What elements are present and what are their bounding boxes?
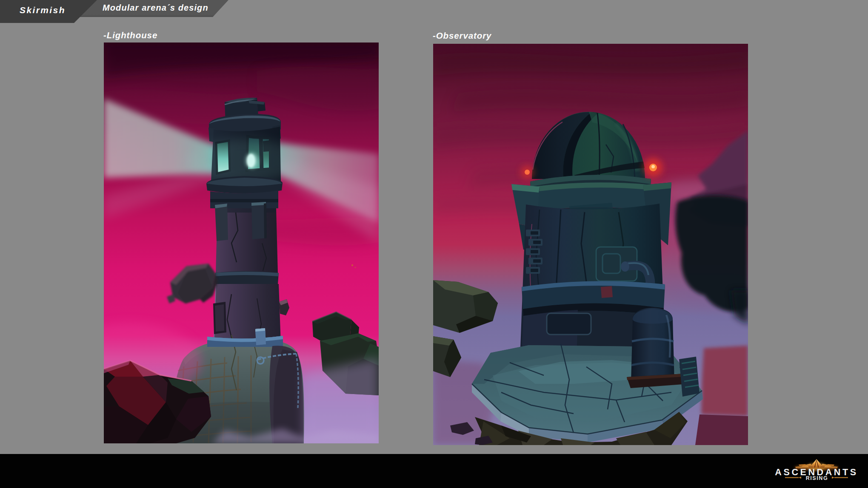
svg-text:RISING: RISING — [806, 475, 828, 481]
